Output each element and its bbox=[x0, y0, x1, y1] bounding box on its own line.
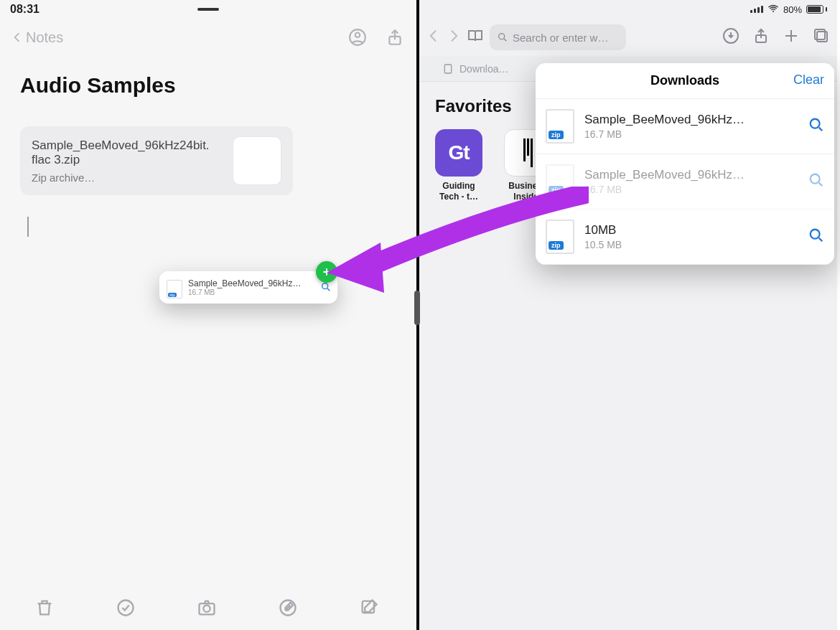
reveal-button[interactable] bbox=[808, 117, 824, 136]
battery-icon bbox=[806, 5, 827, 14]
svg-point-4 bbox=[118, 601, 134, 616]
back-label: Notes bbox=[26, 29, 63, 46]
downloads-button[interactable] bbox=[722, 27, 739, 47]
search-icon bbox=[808, 117, 824, 133]
dragged-download-item[interactable]: Sample_BeeMoved_96kHz… 16.7 MB bbox=[159, 271, 337, 304]
svg-point-16 bbox=[811, 119, 820, 128]
zip-file-icon: zip bbox=[546, 164, 574, 199]
back-button[interactable]: Notes bbox=[11, 29, 63, 46]
chevron-left-icon bbox=[426, 29, 441, 43]
markup-button[interactable] bbox=[278, 598, 298, 621]
downloads-title: Downloads bbox=[650, 73, 719, 88]
new-tab-button[interactable] bbox=[783, 27, 800, 47]
tabs-button[interactable] bbox=[813, 27, 830, 47]
download-circle-icon bbox=[722, 27, 739, 44]
note-title: Audio Samples bbox=[20, 73, 396, 98]
download-name: Sample_BeeMoved_96kHz… bbox=[584, 168, 798, 182]
favorite-item[interactable]: Gt Guiding Tech - t… bbox=[435, 129, 482, 202]
share-icon bbox=[752, 27, 770, 44]
status-time: 08:31 bbox=[10, 3, 39, 16]
people-button[interactable] bbox=[347, 27, 368, 47]
pencil-circle-icon bbox=[278, 598, 298, 618]
attachment-subtitle: Zip archive… bbox=[32, 171, 224, 184]
split-view-handle[interactable] bbox=[414, 291, 420, 325]
drag-item-search-icon bbox=[320, 281, 332, 296]
cellular-icon bbox=[750, 6, 763, 13]
reveal-button[interactable] bbox=[808, 227, 824, 246]
person-circle-icon bbox=[348, 28, 367, 47]
tabs-icon bbox=[813, 27, 830, 44]
download-item[interactable]: zip Sample_BeeMoved_96kHz… 16.7 MB bbox=[536, 99, 834, 154]
back-button[interactable] bbox=[426, 29, 441, 46]
camera-icon bbox=[197, 598, 217, 618]
wifi-icon bbox=[767, 4, 779, 15]
svg-rect-15 bbox=[444, 65, 451, 73]
search-icon bbox=[497, 32, 508, 43]
clear-button[interactable]: Clear bbox=[793, 72, 824, 88]
trash-icon bbox=[34, 598, 55, 618]
download-item[interactable]: zip Sample_BeeMoved_96kHz… 16.7 MB bbox=[536, 154, 834, 210]
share-button[interactable] bbox=[752, 27, 770, 47]
compose-button[interactable] bbox=[359, 598, 379, 621]
attachment-thumbnail bbox=[233, 136, 281, 185]
svg-point-10 bbox=[499, 34, 505, 39]
notes-bottom-toolbar bbox=[0, 588, 414, 630]
safari-toolbar: Search or enter w… bbox=[419, 19, 837, 56]
attachment-filename: Sample_BeeMoved_96kHz24bit. bbox=[32, 138, 224, 153]
bookmarks-button[interactable] bbox=[467, 29, 484, 46]
book-icon bbox=[467, 29, 484, 43]
camera-button[interactable] bbox=[197, 598, 217, 621]
svg-point-1 bbox=[355, 33, 360, 38]
favorite-icon: Gt bbox=[435, 129, 482, 177]
download-name: Sample_BeeMoved_96kHz… bbox=[584, 113, 798, 127]
zip-file-icon bbox=[165, 280, 184, 298]
notes-nav-bar: Notes bbox=[0, 19, 416, 56]
plus-icon bbox=[783, 27, 800, 44]
svg-point-6 bbox=[203, 606, 210, 612]
safari-app: 80% Search or enter w… Downloa… Favorit bbox=[419, 0, 837, 630]
share-button[interactable] bbox=[385, 27, 405, 47]
checklist-button[interactable] bbox=[116, 598, 136, 621]
search-icon bbox=[808, 227, 824, 243]
status-bar-left: 08:31 bbox=[0, 0, 416, 19]
battery-percent: 80% bbox=[783, 4, 802, 15]
download-name: 10MB bbox=[584, 223, 798, 238]
drag-item-size: 16.7 MB bbox=[188, 288, 312, 296]
forward-button[interactable] bbox=[447, 29, 461, 46]
downloads-popover: Downloads Clear zip Sample_BeeMoved_96kH… bbox=[536, 63, 834, 265]
download-size: 10.5 MB bbox=[584, 239, 798, 250]
compose-icon bbox=[359, 598, 379, 618]
reveal-button[interactable] bbox=[808, 172, 824, 191]
svg-point-18 bbox=[811, 230, 820, 239]
attachment-card[interactable]: Sample_BeeMoved_96kHz24bit. flac 3.zip Z… bbox=[20, 126, 293, 195]
chevron-left-icon bbox=[11, 32, 23, 43]
status-bar-right: 80% bbox=[419, 0, 837, 19]
checkmark-circle-icon bbox=[116, 598, 136, 618]
zip-file-icon: zip bbox=[546, 220, 574, 254]
tab-label: Downloa… bbox=[459, 63, 508, 75]
page-icon bbox=[442, 63, 454, 75]
download-size: 16.7 MB bbox=[584, 128, 798, 140]
drop-plus-badge-icon bbox=[316, 261, 337, 283]
delete-button[interactable] bbox=[34, 598, 55, 621]
svg-point-17 bbox=[811, 174, 820, 184]
notes-app: 08:31 Notes Audio Samples Sample_BeeMove… bbox=[0, 0, 419, 630]
search-icon bbox=[808, 172, 824, 188]
address-bar[interactable]: Search or enter w… bbox=[490, 24, 626, 50]
svg-point-3 bbox=[322, 283, 328, 289]
download-size: 16.7 MB bbox=[584, 184, 798, 195]
attachment-filename-2: flac 3.zip bbox=[32, 153, 224, 167]
share-icon bbox=[386, 28, 404, 47]
favorite-label: Guiding Tech - t… bbox=[435, 181, 482, 202]
chevron-right-icon bbox=[447, 29, 461, 43]
drag-item-name: Sample_BeeMoved_96kHz… bbox=[188, 278, 312, 288]
svg-point-9 bbox=[773, 11, 774, 12]
text-cursor bbox=[27, 217, 29, 237]
home-indicator-icon bbox=[197, 8, 219, 11]
download-item[interactable]: zip 10MB 10.5 MB bbox=[536, 210, 834, 265]
zip-file-icon: zip bbox=[546, 109, 574, 144]
address-placeholder: Search or enter w… bbox=[513, 32, 608, 44]
